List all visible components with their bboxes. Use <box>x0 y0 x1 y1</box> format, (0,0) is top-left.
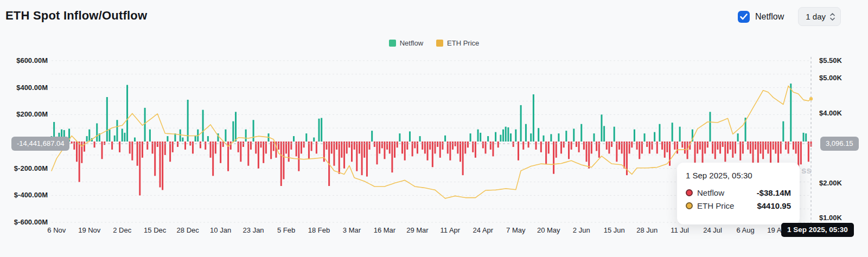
netflow-bar[interactable] <box>301 142 302 153</box>
netflow-bar[interactable] <box>200 142 201 148</box>
netflow-bar[interactable] <box>326 142 327 150</box>
netflow-bar[interactable] <box>601 114 602 142</box>
netflow-bar[interactable] <box>238 142 239 152</box>
netflow-bar[interactable] <box>788 142 789 153</box>
netflow-bar[interactable] <box>429 142 431 150</box>
netflow-bar[interactable] <box>500 135 501 142</box>
netflow-bar[interactable] <box>336 142 337 150</box>
netflow-bar[interactable] <box>419 136 421 142</box>
netflow-bar[interactable] <box>202 110 204 142</box>
netflow-bar[interactable] <box>184 142 186 150</box>
netflow-bar[interactable] <box>131 142 133 160</box>
netflow-bar[interactable] <box>205 142 206 150</box>
netflow-bar[interactable] <box>805 133 807 142</box>
netflow-bar[interactable] <box>457 142 458 153</box>
netflow-bar[interactable] <box>760 142 761 153</box>
netflow-bar[interactable] <box>808 142 809 162</box>
netflow-bar[interactable] <box>550 134 552 142</box>
netflow-bar[interactable] <box>192 142 194 153</box>
netflow-bar[interactable] <box>487 136 489 142</box>
netflow-bar[interactable] <box>111 142 113 150</box>
netflow-bar[interactable] <box>397 142 398 147</box>
netflow-bar[interactable] <box>351 142 353 162</box>
netflow-bar[interactable] <box>790 83 792 142</box>
netflow-bar[interactable] <box>255 142 257 153</box>
netflow-bar[interactable] <box>608 142 610 153</box>
netflow-bar[interactable] <box>293 136 295 142</box>
netflow-bar[interactable] <box>124 133 125 142</box>
netflow-bar[interactable] <box>459 142 461 162</box>
netflow-bar[interactable] <box>331 142 333 153</box>
netflow-bar[interactable] <box>220 142 221 163</box>
netflow-bar[interactable] <box>361 142 363 175</box>
netflow-bar[interactable] <box>427 142 429 160</box>
netflow-bar[interactable] <box>651 142 653 150</box>
netflow-bar[interactable] <box>714 142 716 159</box>
netflow-bar[interactable] <box>280 142 282 186</box>
netflow-bar[interactable] <box>603 126 605 142</box>
netflow-bar[interactable] <box>230 142 232 150</box>
netflow-bar[interactable] <box>434 142 436 153</box>
netflow-bar[interactable] <box>79 142 80 182</box>
netflow-bar[interactable] <box>737 133 739 142</box>
netflow-bar[interactable] <box>596 142 597 151</box>
netflow-bar[interactable] <box>177 142 178 147</box>
netflow-bar[interactable] <box>339 142 340 174</box>
netflow-bar[interactable] <box>505 127 507 142</box>
netflow-bar[interactable] <box>699 142 701 150</box>
netflow-bar[interactable] <box>182 138 183 142</box>
netflow-bar[interactable] <box>81 142 82 163</box>
netflow-bar[interactable] <box>538 128 539 142</box>
netflow-bar[interactable] <box>391 142 393 172</box>
netflow-bar[interactable] <box>492 142 494 156</box>
netflow-bar[interactable] <box>96 123 98 142</box>
netflow-bar[interactable] <box>346 142 348 153</box>
netflow-bar[interactable] <box>303 142 305 147</box>
netflow-bar[interactable] <box>384 142 385 159</box>
netflow-bar[interactable] <box>755 142 756 150</box>
netflow-bar[interactable] <box>480 133 481 142</box>
netflow-bar[interactable] <box>366 142 368 177</box>
netflow-bar[interactable] <box>84 142 85 152</box>
netflow-bar[interactable] <box>288 142 290 162</box>
netflow-bar[interactable] <box>482 142 484 148</box>
netflow-bar[interactable] <box>687 142 688 159</box>
netflow-bar[interactable] <box>270 142 272 159</box>
netflow-bar[interactable] <box>265 142 267 153</box>
netflow-bar[interactable] <box>717 142 718 150</box>
netflow-bar[interactable] <box>137 142 138 166</box>
netflow-bar[interactable] <box>212 142 214 176</box>
netflow-bar[interactable] <box>477 130 479 142</box>
netflow-bar[interactable] <box>661 142 663 150</box>
netflow-bar[interactable] <box>542 136 544 142</box>
netflow-bar[interactable] <box>134 138 136 142</box>
netflow-bar[interactable] <box>341 142 342 158</box>
netflow-bar[interactable] <box>548 142 550 153</box>
netflow-bar[interactable] <box>343 142 345 169</box>
netflow-bar[interactable] <box>94 142 95 147</box>
netflow-bar[interactable] <box>354 142 355 150</box>
netflow-bar[interactable] <box>348 142 350 147</box>
netflow-bar[interactable] <box>417 142 418 153</box>
netflow-bar[interactable] <box>298 142 299 171</box>
netflow-bar[interactable] <box>475 142 476 158</box>
netflow-bar[interactable] <box>447 142 449 153</box>
netflow-bar[interactable] <box>773 142 774 150</box>
netflow-bar[interactable] <box>467 142 469 147</box>
netflow-bar[interactable] <box>253 120 254 142</box>
netflow-bar[interactable] <box>472 142 474 152</box>
netflow-bar[interactable] <box>606 142 608 150</box>
netflow-bar[interactable] <box>497 142 499 147</box>
netflow-bar[interactable] <box>260 142 262 147</box>
netflow-bar[interactable] <box>621 142 623 153</box>
netflow-bar[interactable] <box>649 142 650 153</box>
netflow-bar[interactable] <box>290 142 292 150</box>
netflow-bar[interactable] <box>172 142 174 152</box>
netflow-bar[interactable] <box>174 133 176 142</box>
netflow-bar[interactable] <box>321 118 322 142</box>
netflow-bar[interactable] <box>452 142 454 150</box>
netflow-bar[interactable] <box>273 142 275 151</box>
netflow-bar[interactable] <box>278 142 279 150</box>
netflow-bar[interactable] <box>576 142 577 147</box>
netflow-bar[interactable] <box>86 136 88 142</box>
